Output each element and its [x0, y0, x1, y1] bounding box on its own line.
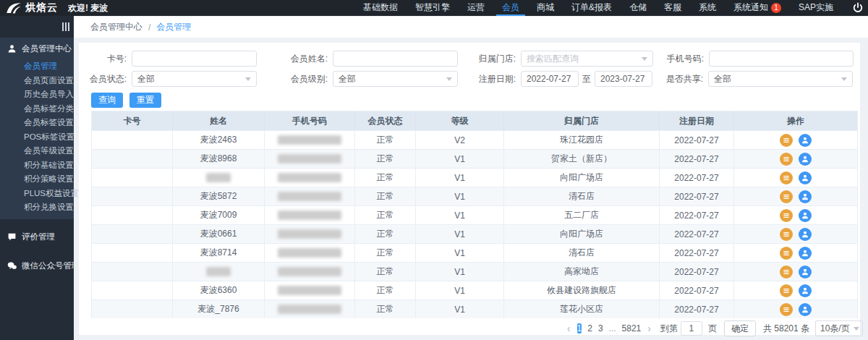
member-edit-icon[interactable]	[799, 265, 812, 279]
store-select-placeholder: 搜索匹配查询	[527, 53, 579, 65]
comment-icon	[7, 232, 17, 242]
censored-phone	[278, 286, 341, 295]
column-header: 手机号码	[265, 111, 355, 130]
member-edit-icon[interactable]	[799, 171, 812, 184]
chevron-down-icon	[446, 77, 452, 81]
sidebar-item-member-tag-category[interactable]: 会员标签分类	[0, 102, 74, 116]
sidebar-item-pos-tag-setting[interactable]: POS标签设置	[0, 130, 74, 145]
censored-phone	[278, 173, 341, 182]
sidebar-section-title-review-manage[interactable]: 评价管理	[0, 226, 74, 248]
member-edit-icon[interactable]	[799, 228, 812, 241]
page-button-5821[interactable]: 5821	[622, 323, 642, 333]
reg-date-from-input[interactable]	[521, 71, 579, 87]
page-button-3[interactable]: 3	[598, 323, 603, 333]
censored-phone	[278, 248, 341, 258]
search-button[interactable]: 查询	[91, 93, 123, 108]
phone-cell	[265, 244, 355, 262]
sidebar-item-member-page-setting[interactable]: 会员页面设置	[0, 74, 74, 88]
sidebar-section-label: 微信公众号管理	[22, 260, 80, 271]
card-cell	[92, 150, 173, 168]
table-row: 麦波7009正常V1五二厂店2022-07-27	[92, 205, 857, 224]
table-row: 麦波8714正常V1清石店2022-07-27	[92, 243, 857, 262]
nav-item-mall[interactable]: 商城	[537, 0, 554, 16]
level-select[interactable]: 全部	[333, 71, 458, 87]
date-cell: 2022-07-27	[660, 300, 734, 318]
nav-item-customer-service[interactable]: 客服	[664, 0, 681, 16]
nav-item-sap-implementation[interactable]: SAP实施	[799, 0, 833, 16]
power-logout-icon[interactable]	[852, 2, 864, 14]
card-cell	[92, 281, 173, 299]
nav-item-basic-data[interactable]: 基础数据	[363, 0, 398, 16]
nav-item-smart-engine[interactable]: 智慧引擎	[415, 0, 450, 16]
sidebar-item-history-member-import[interactable]: 历史会员导入	[0, 88, 74, 102]
nav-item-label: 仓储	[629, 2, 647, 12]
detail-icon[interactable]	[780, 171, 793, 184]
status-cell: 正常	[355, 187, 416, 205]
status-select[interactable]: 全部	[132, 71, 257, 87]
nav-item-label: 系统	[699, 2, 716, 12]
detail-icon[interactable]	[780, 209, 793, 222]
status-label: 会员状态:	[80, 73, 127, 85]
jump-confirm-button[interactable]: 确定	[724, 320, 756, 336]
member-edit-icon[interactable]	[799, 134, 812, 147]
sidebar-item-points-basic-setting[interactable]: 积分基础设置	[0, 158, 74, 173]
member-edit-icon[interactable]	[799, 247, 812, 260]
detail-icon[interactable]	[780, 284, 793, 297]
detail-icon[interactable]	[780, 228, 793, 241]
sidebar-collapse-handle[interactable]	[0, 16, 74, 38]
detail-icon[interactable]	[780, 153, 793, 166]
sidebar-item-member-tag-setting[interactable]: 会员标签设置	[0, 116, 74, 130]
page-button-1[interactable]: 1	[577, 323, 582, 333]
reset-button[interactable]: 重置	[129, 93, 161, 108]
breadcrumb: 会员管理中心 / 会员管理	[74, 17, 868, 38]
nav-item-warehouse[interactable]: 仓储	[629, 0, 647, 16]
nav-item-orders-reports[interactable]: 订单&报表	[571, 0, 612, 16]
nav-item-system[interactable]: 系统	[699, 0, 716, 16]
sidebar-item-member-level-setting[interactable]: 会员等级设置	[0, 144, 74, 158]
nav-item-operation[interactable]: 运营	[467, 0, 485, 16]
member-edit-icon[interactable]	[799, 153, 812, 166]
sidebar-section-title-wechat-official-manage[interactable]: 微信公众号管理	[0, 255, 74, 277]
detail-icon[interactable]	[780, 247, 793, 260]
reg-date-to-input[interactable]	[595, 71, 652, 87]
card-no-input[interactable]	[132, 51, 257, 67]
chevron-down-icon	[854, 327, 859, 331]
sidebar-item-points-strategy-setting[interactable]: 积分策略设置	[0, 172, 74, 187]
card-no-label: 卡号:	[80, 53, 127, 65]
ops-cell	[734, 300, 857, 318]
card-cell	[92, 206, 173, 224]
phone-input[interactable]	[709, 51, 854, 67]
detail-icon[interactable]	[780, 134, 793, 147]
next-page-icon[interactable]: ›	[647, 323, 651, 334]
page-size-select[interactable]: 10条/页	[815, 320, 863, 336]
sidebar-item-plus-benefit-setting[interactable]: PLUS权益设置	[0, 187, 74, 201]
notification-badge: 1	[771, 3, 781, 13]
detail-icon[interactable]	[780, 190, 793, 203]
sidebar-section-title-member-center[interactable]: 会员管理中心	[0, 38, 74, 59]
breadcrumb-current[interactable]: 会员管理	[156, 21, 191, 33]
member-edit-icon[interactable]	[799, 209, 812, 222]
detail-icon[interactable]	[780, 303, 793, 316]
level-cell: V1	[416, 206, 504, 224]
status-cell: 正常	[355, 263, 416, 281]
date-cell: 2022-07-27	[660, 169, 734, 187]
page-button-2[interactable]: 2	[587, 323, 592, 333]
column-header: 姓名	[173, 111, 265, 130]
nav-item-member[interactable]: 会员	[502, 0, 519, 16]
shared-select[interactable]: 全部	[708, 71, 853, 87]
prev-page-icon[interactable]: ‹	[567, 323, 571, 334]
member-edit-icon[interactable]	[799, 303, 812, 316]
name-cell	[173, 263, 265, 281]
detail-icon[interactable]	[780, 265, 793, 279]
store-select[interactable]: 搜索匹配查询	[521, 51, 653, 67]
jump-page-input[interactable]	[681, 321, 702, 336]
nav-item-system-notice[interactable]: 系统通知1	[733, 0, 781, 16]
name-cell	[173, 169, 265, 187]
member-edit-icon[interactable]	[799, 190, 812, 203]
member-name-input[interactable]	[333, 51, 458, 67]
sidebar-item-member-manage[interactable]: 会员管理	[0, 59, 74, 74]
censored-phone	[278, 154, 341, 163]
sidebar-item-points-exchange-setting[interactable]: 积分兑换设置	[0, 200, 74, 215]
member-edit-icon[interactable]	[799, 284, 812, 297]
column-header: 会员状态	[355, 111, 416, 130]
